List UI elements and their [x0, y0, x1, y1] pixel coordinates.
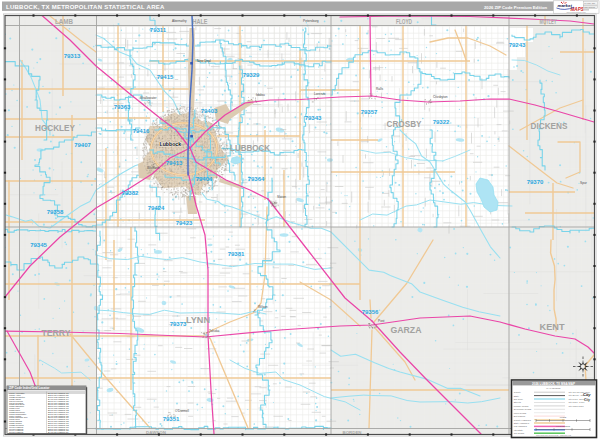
svg-text:CROSBY: CROSBY: [387, 119, 422, 129]
svg-text:www.marketmaps.com: www.marketmaps.com: [567, 11, 586, 13]
svg-text:New Deal: New Deal: [197, 59, 211, 63]
svg-text:HALE: HALE: [193, 18, 209, 25]
svg-text:79311: 79311: [150, 27, 167, 33]
svg-text:MidAmerica: MidAmerica: [584, 6, 595, 8]
svg-text:B4 79411 Lubbock C6: B4 79411 Lubbock C6: [48, 431, 69, 433]
svg-text:79313: 79313: [64, 53, 81, 59]
svg-text:HOCKLEY: HOCKLEY: [35, 123, 75, 133]
svg-text:Lorenzo: Lorenzo: [314, 92, 326, 96]
svg-text:State Highways: State Highways: [514, 422, 530, 424]
svg-text:Spur: Spur: [580, 181, 588, 185]
svg-text:ZIP Code Index/Grid Locator: ZIP Code Index/Grid Locator: [9, 386, 50, 390]
svg-text:MOTLEY: MOTLEY: [540, 18, 557, 25]
svg-text:Secondary Roads: Secondary Roads: [514, 408, 532, 410]
svg-text:79358: 79358: [47, 209, 64, 215]
svg-text:79381: 79381: [228, 251, 245, 257]
svg-text:FLOYD: FLOYD: [396, 18, 412, 25]
svg-text:KENT: KENT: [540, 322, 566, 332]
svg-text:County Highways: County Highways: [514, 419, 532, 421]
svg-text:Wolfforth: Wolfforth: [147, 166, 160, 170]
svg-text:LAMB: LAMB: [55, 18, 73, 25]
svg-text:TX MSA ZIP: TX MSA ZIP: [584, 2, 596, 4]
svg-text:O'Donnell: O'Donnell: [175, 409, 189, 413]
svg-text:79322: 79322: [433, 119, 450, 125]
svg-text:79364: 79364: [248, 176, 265, 182]
svg-text:79423: 79423: [176, 220, 193, 226]
svg-text:US Highways: US Highways: [514, 425, 528, 427]
svg-text:79370: 79370: [527, 179, 544, 185]
svg-text:2026 ZIP Code Premium Edition: 2026 ZIP Code Premium Edition: [484, 5, 547, 10]
svg-text:79382: 79382: [122, 190, 139, 196]
svg-text:79407 Lubbock: 79407 Lubbock: [9, 431, 24, 433]
svg-text:DICKENS: DICKENS: [531, 121, 568, 131]
svg-text:79373: 79373: [170, 321, 187, 327]
svg-text:79424: 79424: [148, 205, 165, 211]
svg-text:Streets: Streets: [514, 401, 522, 403]
svg-text:79356: 79356: [362, 309, 379, 315]
svg-text:City: City: [583, 392, 591, 397]
svg-text:Primary Roads: Primary Roads: [514, 405, 529, 407]
svg-text:MILES: MILES: [560, 416, 567, 418]
svg-text:Ralls: Ralls: [376, 87, 383, 91]
svg-text:79351: 79351: [163, 416, 180, 422]
svg-text:LYNN: LYNN: [186, 315, 210, 325]
svg-text:Wilson: Wilson: [258, 305, 268, 309]
svg-text:TERRY: TERRY: [42, 328, 71, 338]
svg-text:Interstate: Interstate: [514, 429, 524, 431]
svg-text:Tahoka: Tahoka: [209, 329, 220, 333]
svg-text:79416: 79416: [133, 128, 150, 134]
svg-text:79357: 79357: [361, 109, 378, 115]
svg-text:County: County: [514, 391, 522, 393]
svg-text:Slaton: Slaton: [277, 195, 286, 199]
svg-text:Shallowater: Shallowater: [140, 96, 158, 100]
svg-text:Crosbyton: Crosbyton: [433, 95, 448, 99]
svg-text:Lubbock: Lubbock: [160, 141, 182, 147]
svg-text:City: City: [584, 398, 590, 402]
svg-text:Abernathy: Abernathy: [172, 19, 187, 23]
svg-text:BORDEN: BORDEN: [342, 430, 361, 435]
svg-text:79413: 79413: [166, 160, 183, 166]
svg-text:79404: 79404: [196, 176, 213, 182]
svg-text:KILOMETERS: KILOMETERS: [556, 425, 571, 427]
svg-text:Minor Roads: Minor Roads: [514, 412, 527, 414]
svg-text:79343: 79343: [305, 115, 322, 121]
svg-text:Copyright MidAmerica GIS - mar: Copyright MidAmerica GIS - marketMAPS: [536, 434, 572, 436]
svg-text:2026 LUBBOCK, TX MSA MAP: 2026 LUBBOCK, TX MSA MAP: [532, 382, 575, 386]
svg-text:GARZA: GARZA: [391, 325, 422, 335]
svg-text:79243: 79243: [509, 42, 526, 48]
svg-text:79345: 79345: [30, 242, 47, 248]
svg-text:ZIP Code: ZIP Code: [514, 398, 524, 400]
svg-text:79363: 79363: [114, 104, 131, 110]
svg-text:LUBBOCK, TX METROPOLITAN STATI: LUBBOCK, TX METROPOLITAN STATISTICAL ARE…: [6, 4, 165, 10]
svg-text:MAP LEGEND: MAP LEGEND: [546, 387, 561, 389]
svg-text:79415: 79415: [157, 74, 174, 80]
svg-text:Petersburg: Petersburg: [303, 19, 319, 23]
svg-text:DAWSON: DAWSON: [146, 430, 166, 435]
svg-text:LUBBOCK: LUBBOCK: [230, 143, 271, 153]
svg-text:Idalou: Idalou: [256, 93, 265, 97]
svg-text:79403: 79403: [201, 108, 218, 114]
svg-text:79407: 79407: [74, 142, 91, 148]
svg-text:State: State: [514, 395, 520, 397]
svg-text:Exit Ramps: Exit Ramps: [514, 415, 526, 417]
svg-text:Toll Roads: Toll Roads: [514, 432, 525, 434]
svg-text:79329: 79329: [243, 72, 260, 78]
svg-text:Post: Post: [378, 319, 384, 323]
